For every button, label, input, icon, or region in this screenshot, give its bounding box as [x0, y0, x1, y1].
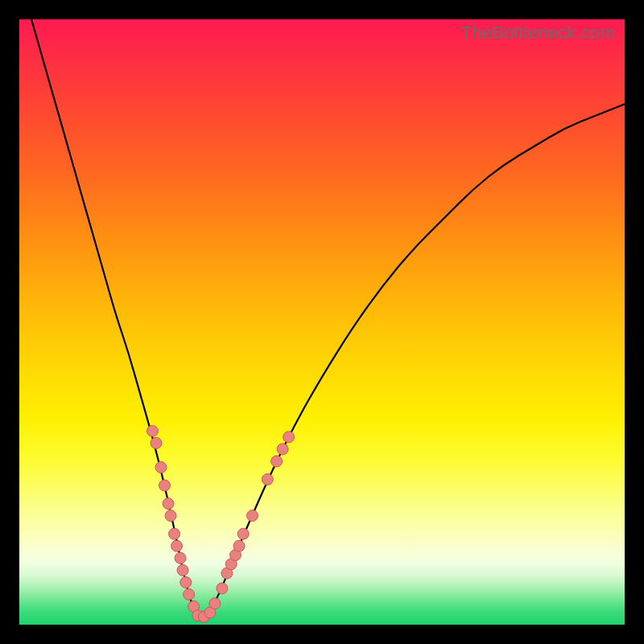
- watermark-text: TheBottleneck.com: [460, 23, 615, 43]
- chart-container: TheBottleneck.com: [19, 19, 625, 625]
- chart-background-gradient: [19, 19, 625, 625]
